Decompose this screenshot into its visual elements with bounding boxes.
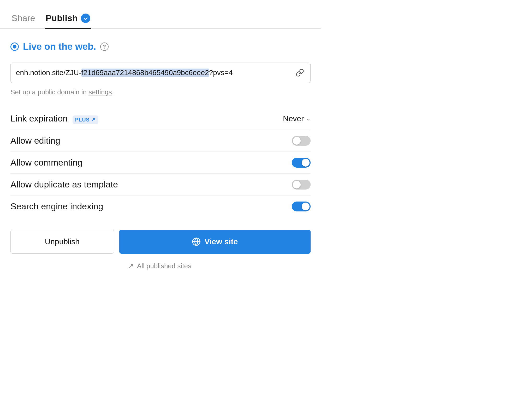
publish-checkmark-icon bbox=[81, 14, 90, 23]
all-sites-text: All published sites bbox=[137, 262, 191, 270]
toggle-knob bbox=[293, 137, 301, 145]
chevron-down-icon: ⌄ bbox=[306, 115, 311, 122]
domain-hint-after: . bbox=[112, 88, 114, 96]
live-status-row: Live on the web. ? bbox=[10, 41, 311, 52]
link-expiration-label: Link expiration bbox=[10, 113, 68, 123]
help-icon[interactable]: ? bbox=[100, 42, 109, 51]
link-expiration-row: Link expiration PLUS ↗ Never ⌄ bbox=[10, 108, 311, 130]
tab-publish[interactable]: Publish bbox=[45, 13, 91, 29]
allow-duplicate-label: Allow duplicate as template bbox=[10, 179, 118, 190]
search-engine-toggle[interactable] bbox=[292, 202, 311, 211]
url-text: enh.notion.site/ZJU-f21d69aaa7214868b465… bbox=[16, 69, 290, 77]
publish-dialog: Share Publish Live on the web. ? bbox=[0, 0, 321, 286]
link-expiration-value[interactable]: Never ⌄ bbox=[283, 114, 311, 123]
domain-hint: Set up a public domain in settings. bbox=[10, 88, 311, 96]
bottom-buttons: Unpublish View site bbox=[10, 230, 311, 254]
allow-editing-label: Allow editing bbox=[10, 136, 60, 146]
url-suffix: ?pvs=4 bbox=[209, 69, 233, 77]
url-highlighted: f21d69aaa7214868b465490a9bc6eee2 bbox=[81, 69, 209, 77]
tab-bar: Share Publish bbox=[0, 0, 321, 29]
allow-editing-row: Allow editing bbox=[10, 130, 311, 151]
toggle-knob bbox=[302, 159, 310, 167]
allow-editing-toggle[interactable] bbox=[292, 136, 311, 146]
settings-link[interactable]: settings bbox=[88, 88, 112, 96]
allow-commenting-label: Allow commenting bbox=[10, 157, 82, 168]
view-site-button[interactable]: View site bbox=[119, 230, 311, 254]
plus-badge[interactable]: PLUS ↗ bbox=[73, 115, 98, 124]
allow-commenting-row: Allow commenting bbox=[10, 152, 311, 173]
search-engine-label: Search engine indexing bbox=[10, 201, 103, 211]
domain-hint-before: Set up a public domain in bbox=[10, 88, 88, 96]
link-expiration-label-container: Link expiration PLUS ↗ bbox=[10, 113, 98, 124]
tab-share[interactable]: Share bbox=[10, 13, 36, 29]
allow-duplicate-row: Allow duplicate as template bbox=[10, 174, 311, 195]
tab-share-label: Share bbox=[11, 13, 35, 23]
search-engine-row: Search engine indexing bbox=[10, 196, 311, 217]
toggle-knob bbox=[302, 203, 310, 210]
toggle-knob bbox=[293, 181, 301, 188]
publish-content: Live on the web. ? enh.notion.site/ZJU-f… bbox=[0, 29, 321, 286]
view-site-label: View site bbox=[204, 237, 238, 246]
tab-publish-label: Publish bbox=[46, 13, 78, 23]
live-status-text: Live on the web. bbox=[23, 41, 96, 52]
copy-link-icon[interactable] bbox=[295, 68, 305, 78]
url-prefix: enh.notion.site/ZJU- bbox=[16, 69, 81, 77]
allow-commenting-toggle[interactable] bbox=[292, 158, 311, 168]
arrow-icon: ↗ bbox=[128, 262, 134, 270]
url-input-row[interactable]: enh.notion.site/ZJU-f21d69aaa7214868b465… bbox=[10, 63, 311, 83]
unpublish-button[interactable]: Unpublish bbox=[10, 230, 114, 254]
all-published-sites-link[interactable]: ↗ All published sites bbox=[10, 262, 311, 275]
allow-duplicate-toggle[interactable] bbox=[292, 180, 311, 190]
globe-icon bbox=[192, 237, 201, 246]
radio-dot-inner bbox=[13, 45, 16, 48]
live-radio-button[interactable] bbox=[10, 42, 19, 51]
